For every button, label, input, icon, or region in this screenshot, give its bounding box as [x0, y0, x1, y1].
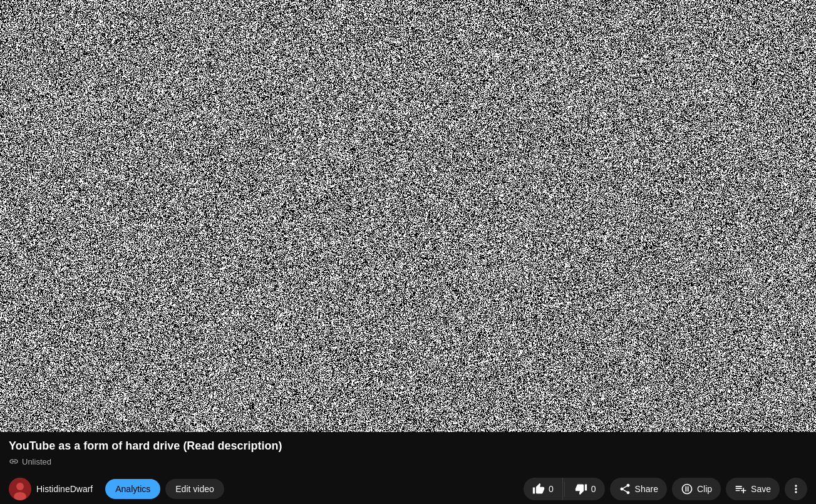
dislike-count: 0: [591, 484, 596, 494]
like-icon: [532, 483, 545, 495]
clip-label: Clip: [697, 484, 712, 494]
unlisted-label: Unlisted: [22, 457, 51, 466]
dislike-button[interactable]: 0: [566, 478, 605, 500]
avatar-image: [9, 478, 31, 500]
save-button[interactable]: Save: [726, 478, 780, 500]
unlisted-badge: Unlisted: [9, 456, 51, 466]
video-noise-canvas: [0, 0, 816, 432]
share-icon: [619, 483, 631, 495]
analytics-button[interactable]: Analytics: [105, 479, 160, 499]
like-dislike-divider: [564, 481, 565, 496]
share-button[interactable]: Share: [610, 478, 667, 500]
like-count: 0: [549, 484, 554, 494]
like-button[interactable]: 0: [524, 478, 563, 500]
more-dots-icon: [790, 483, 802, 495]
video-info-bar: YouTube as a form of hard drive (Read de…: [0, 432, 816, 473]
video-player[interactable]: [0, 0, 816, 432]
save-label: Save: [751, 484, 771, 494]
edit-video-button[interactable]: Edit video: [165, 479, 224, 499]
like-dislike-group: 0 0: [524, 478, 605, 500]
clip-icon: [681, 483, 693, 495]
channel-name[interactable]: HistidineDwarf: [36, 484, 93, 494]
video-title: YouTube as a form of hard drive (Read de…: [9, 438, 807, 454]
dislike-icon: [575, 483, 587, 495]
svg-point-1: [16, 483, 24, 490]
actions-bar: HistidineDwarf Analytics Edit video 0 0: [0, 473, 816, 504]
share-label: Share: [635, 484, 658, 494]
channel-avatar[interactable]: [9, 478, 31, 500]
more-options-button[interactable]: [785, 478, 807, 500]
save-icon: [735, 483, 747, 495]
link-icon: [9, 456, 19, 466]
page-wrapper: YouTube as a form of hard drive (Read de…: [0, 0, 816, 504]
clip-button[interactable]: Clip: [672, 478, 721, 500]
